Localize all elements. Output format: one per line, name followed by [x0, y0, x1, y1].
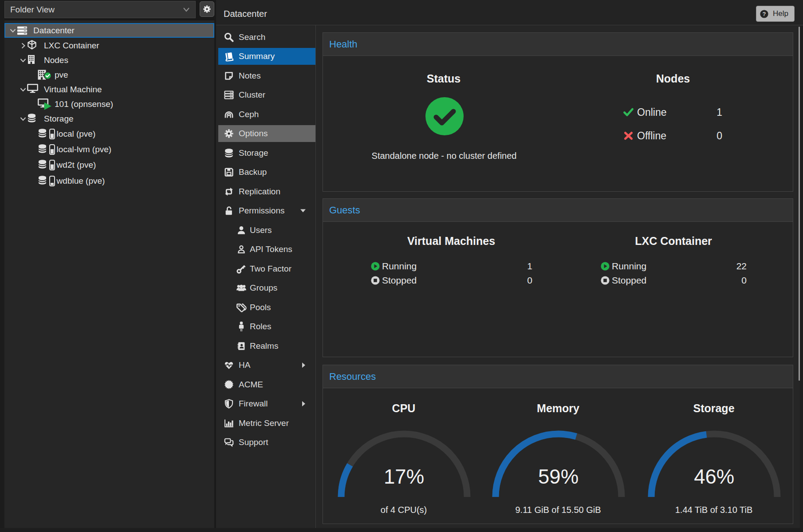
svg-text:?: ?: [763, 11, 766, 17]
